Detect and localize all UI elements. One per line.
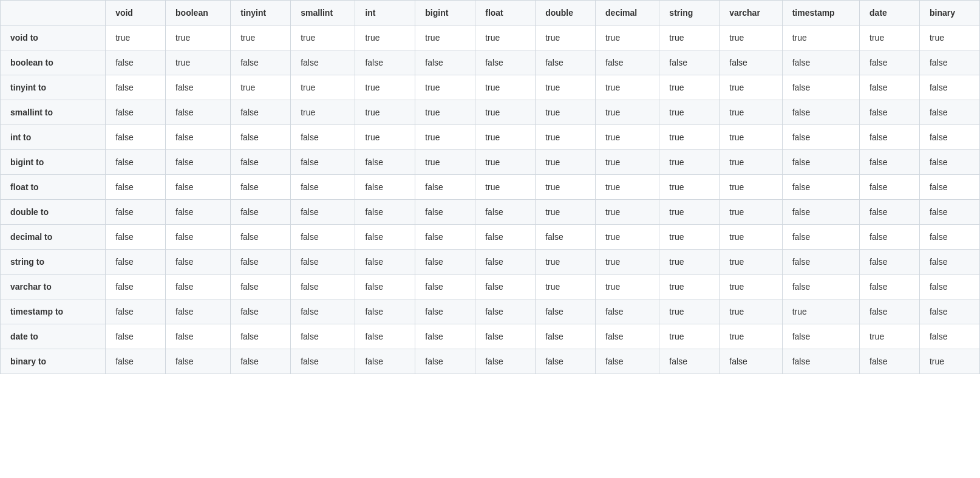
cell-0-5: true xyxy=(415,26,475,50)
cell-12-9: true xyxy=(659,324,720,349)
col-header-float: float xyxy=(475,1,536,26)
cell-2-11: false xyxy=(782,75,859,100)
cell-13-6: false xyxy=(475,349,536,374)
cell-8-13: false xyxy=(919,225,979,250)
cell-0-11: true xyxy=(782,26,859,50)
cell-7-10: true xyxy=(720,200,782,225)
cell-9-11: false xyxy=(782,250,859,275)
cell-5-5: true xyxy=(415,150,475,175)
cell-4-12: false xyxy=(860,125,920,150)
cell-12-11: false xyxy=(782,324,859,349)
cell-3-6: true xyxy=(475,100,536,125)
cell-7-8: true xyxy=(596,200,659,225)
cell-0-13: true xyxy=(919,26,979,50)
cell-9-6: false xyxy=(475,250,536,275)
table-row: timestamp tofalsefalsefalsefalsefalsefal… xyxy=(1,299,980,324)
row-label-6: float to xyxy=(1,175,106,200)
cell-5-3: false xyxy=(291,150,355,175)
cell-2-12: false xyxy=(860,75,920,100)
cell-8-4: false xyxy=(355,225,415,250)
row-label-2: tinyint to xyxy=(1,75,106,100)
cell-10-9: true xyxy=(659,275,720,299)
cell-4-0: false xyxy=(106,125,166,150)
cell-8-12: false xyxy=(860,225,920,250)
cell-12-1: false xyxy=(166,324,231,349)
cell-9-10: true xyxy=(720,250,782,275)
table-row: int tofalsefalsefalsefalsetruetruetruetr… xyxy=(1,125,980,150)
cell-10-12: false xyxy=(860,275,920,299)
cell-13-7: false xyxy=(536,349,596,374)
cell-3-2: false xyxy=(231,100,291,125)
cell-11-3: false xyxy=(291,299,355,324)
cell-5-2: false xyxy=(231,150,291,175)
cell-7-3: false xyxy=(291,200,355,225)
cell-9-5: false xyxy=(415,250,475,275)
type-cast-table-container: voidbooleantinyintsmallintintbigintfloat… xyxy=(0,0,980,374)
cell-4-4: true xyxy=(355,125,415,150)
col-header-string: string xyxy=(659,1,720,26)
col-header-binary: binary xyxy=(919,1,979,26)
cell-4-11: false xyxy=(782,125,859,150)
cell-13-2: false xyxy=(231,349,291,374)
table-row: binary tofalsefalsefalsefalsefalsefalsef… xyxy=(1,349,980,374)
cell-10-1: false xyxy=(166,275,231,299)
cell-7-0: false xyxy=(106,200,166,225)
header-row: voidbooleantinyintsmallintintbigintfloat… xyxy=(1,1,980,26)
cell-9-4: false xyxy=(355,250,415,275)
cell-1-5: false xyxy=(415,50,475,75)
cell-5-8: true xyxy=(596,150,659,175)
cell-7-4: false xyxy=(355,200,415,225)
cell-4-6: true xyxy=(475,125,536,150)
cell-9-8: true xyxy=(596,250,659,275)
cell-13-1: false xyxy=(166,349,231,374)
cell-12-10: true xyxy=(720,324,782,349)
cell-7-6: false xyxy=(475,200,536,225)
table-row: varchar tofalsefalsefalsefalsefalsefalse… xyxy=(1,275,980,299)
cell-13-8: false xyxy=(596,349,659,374)
cell-11-5: false xyxy=(415,299,475,324)
cell-0-1: true xyxy=(166,26,231,50)
cell-11-10: true xyxy=(720,299,782,324)
table-row: date tofalsefalsefalsefalsefalsefalsefal… xyxy=(1,324,980,349)
table-row: float tofalsefalsefalsefalsefalsefalsetr… xyxy=(1,175,980,200)
cell-6-1: false xyxy=(166,175,231,200)
cell-11-12: false xyxy=(860,299,920,324)
cell-11-2: false xyxy=(231,299,291,324)
cell-12-6: false xyxy=(475,324,536,349)
cell-11-0: false xyxy=(106,299,166,324)
cell-1-1: true xyxy=(166,50,231,75)
cell-11-4: false xyxy=(355,299,415,324)
col-header-boolean: boolean xyxy=(166,1,231,26)
cell-10-2: false xyxy=(231,275,291,299)
row-label-header xyxy=(1,1,106,26)
cell-6-7: true xyxy=(536,175,596,200)
cell-9-2: false xyxy=(231,250,291,275)
cell-10-5: false xyxy=(415,275,475,299)
cell-12-2: false xyxy=(231,324,291,349)
cell-2-6: true xyxy=(475,75,536,100)
cell-12-3: false xyxy=(291,324,355,349)
cell-5-11: false xyxy=(782,150,859,175)
cell-4-8: true xyxy=(596,125,659,150)
table-row: decimal tofalsefalsefalsefalsefalsefalse… xyxy=(1,225,980,250)
row-label-10: varchar to xyxy=(1,275,106,299)
cell-4-10: true xyxy=(720,125,782,150)
cell-6-6: true xyxy=(475,175,536,200)
col-header-timestamp: timestamp xyxy=(782,1,859,26)
cell-11-11: true xyxy=(782,299,859,324)
row-label-11: timestamp to xyxy=(1,299,106,324)
cell-1-4: false xyxy=(355,50,415,75)
cell-13-3: false xyxy=(291,349,355,374)
cell-0-7: true xyxy=(536,26,596,50)
cell-11-6: false xyxy=(475,299,536,324)
cell-3-13: false xyxy=(919,100,979,125)
cell-6-8: true xyxy=(596,175,659,200)
cell-6-11: false xyxy=(782,175,859,200)
cell-5-13: false xyxy=(919,150,979,175)
col-header-double: double xyxy=(536,1,596,26)
table-row: bigint tofalsefalsefalsefalsefalsetruetr… xyxy=(1,150,980,175)
cell-6-13: false xyxy=(919,175,979,200)
cell-8-3: false xyxy=(291,225,355,250)
col-header-bigint: bigint xyxy=(415,1,475,26)
cell-11-9: true xyxy=(659,299,720,324)
